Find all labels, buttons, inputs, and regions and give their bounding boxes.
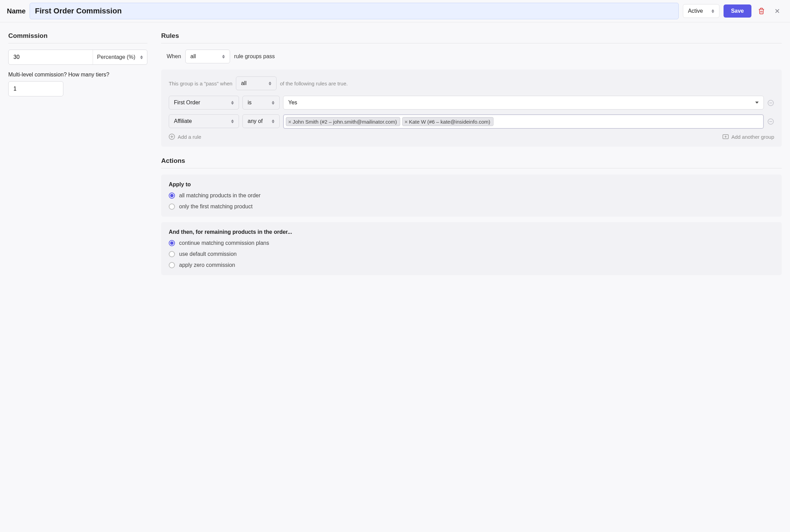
group-pre-text: This group is a "pass" when [169, 81, 232, 86]
when-label: When [167, 53, 181, 60]
radio-label: use default commission [179, 251, 237, 257]
minus-circle-icon [768, 100, 774, 106]
rule-field-value: Affiliate [174, 118, 192, 124]
radio-icon [169, 262, 175, 268]
name-label: Name [7, 7, 25, 15]
chevron-sort-icon [222, 55, 225, 59]
status-select[interactable]: Active [683, 4, 719, 18]
plus-circle-icon [169, 134, 175, 140]
radio-label: continue matching commission plans [179, 240, 269, 246]
add-group-label: Add another group [731, 134, 774, 140]
apply-to-heading: Apply to [169, 181, 774, 188]
page-header: Name Active Save [0, 0, 790, 22]
rules-section-title: Rules [161, 32, 782, 43]
chevron-sort-icon [272, 119, 274, 123]
rule-operator-select[interactable]: is [242, 96, 280, 109]
status-value: Active [688, 8, 703, 14]
tag[interactable]: × John Smith (#2 – john.smith@mailinator… [286, 117, 400, 126]
rule-row: Affiliate any of × John Smith (#2 – john… [169, 114, 774, 129]
trash-icon [758, 8, 765, 14]
add-group-button[interactable]: Add another group [723, 134, 774, 140]
radio-option[interactable]: all matching products in the order [169, 192, 774, 199]
commission-type-value: Percentage (%) [97, 54, 135, 60]
minus-circle-icon [768, 118, 774, 125]
radio-label: only the first matching product [179, 204, 252, 210]
radio-icon [169, 251, 175, 257]
group-match-select[interactable]: all [236, 76, 277, 90]
rule-value-select[interactable]: Yes [283, 96, 764, 109]
actions-section-title: Actions [161, 157, 782, 168]
apply-to-box: Apply to all matching products in the or… [161, 175, 782, 217]
when-after-label: rule groups pass [234, 53, 275, 60]
chevron-sort-icon [231, 119, 234, 123]
radio-option[interactable]: use default commission [169, 251, 774, 257]
tag-label: John Smith (#2 – john.smith@mailinator.c… [293, 119, 397, 125]
radio-option[interactable]: continue matching commission plans [169, 240, 774, 246]
group-match-value: all [241, 80, 247, 86]
remove-rule-button[interactable] [767, 114, 774, 129]
remove-rule-button[interactable] [767, 96, 774, 110]
close-button[interactable] [771, 5, 783, 17]
save-button[interactable]: Save [724, 4, 751, 18]
tag-remove-icon[interactable]: × [288, 119, 291, 125]
radio-label: apply zero commission [179, 262, 235, 268]
radio-icon [169, 240, 175, 246]
delete-button[interactable] [756, 5, 767, 17]
tiers-input[interactable] [8, 81, 63, 96]
chevron-sort-icon [140, 55, 143, 59]
rules-when-row: When all rule groups pass [161, 50, 782, 63]
radio-icon [169, 204, 175, 210]
commission-input-group: Percentage (%) [8, 50, 147, 65]
chevron-sort-icon [272, 101, 274, 105]
then-heading: And then, for remaining products in the … [169, 229, 774, 235]
tag[interactable]: × Kate W (#6 – kate@insideinfo.com) [402, 117, 493, 126]
chevron-down-icon [755, 102, 759, 104]
rule-field-select[interactable]: First Order [169, 96, 239, 109]
add-rule-label: Add a rule [178, 134, 201, 140]
tag-remove-icon[interactable]: × [405, 119, 408, 125]
commission-amount-input[interactable] [9, 50, 93, 64]
radio-option[interactable]: only the first matching product [169, 204, 774, 210]
add-group-icon [723, 134, 729, 139]
rule-group: This group is a "pass" when all of the f… [161, 70, 782, 147]
commission-section-title: Commission [8, 32, 147, 43]
radio-option[interactable]: apply zero commission [169, 262, 774, 268]
rule-tag-input[interactable]: × John Smith (#2 – john.smith@mailinator… [283, 114, 764, 129]
tiers-question: Multi-level commission? How many tiers? [8, 72, 147, 78]
rule-operator-value: is [248, 100, 252, 106]
rule-operator-select[interactable]: any of [242, 114, 280, 128]
rule-value: Yes [288, 100, 297, 106]
add-rule-button[interactable]: Add a rule [169, 134, 201, 140]
when-value: all [190, 53, 196, 60]
rule-field-select[interactable]: Affiliate [169, 114, 239, 128]
chevron-sort-icon [231, 101, 234, 105]
radio-icon [169, 192, 175, 199]
when-select[interactable]: all [185, 50, 230, 63]
chevron-sort-icon [711, 9, 714, 13]
commission-type-select[interactable]: Percentage (%) [93, 50, 147, 64]
tag-label: Kate W (#6 – kate@insideinfo.com) [409, 119, 490, 125]
radio-label: all matching products in the order [179, 192, 261, 199]
name-input[interactable] [30, 3, 678, 19]
then-box: And then, for remaining products in the … [161, 222, 782, 275]
chevron-sort-icon [269, 82, 271, 85]
rule-row: First Order is Yes [169, 96, 774, 110]
group-post-text: of the following rules are true. [280, 81, 348, 86]
close-icon [774, 8, 781, 14]
rule-field-value: First Order [174, 100, 200, 106]
rule-operator-value: any of [248, 118, 263, 124]
